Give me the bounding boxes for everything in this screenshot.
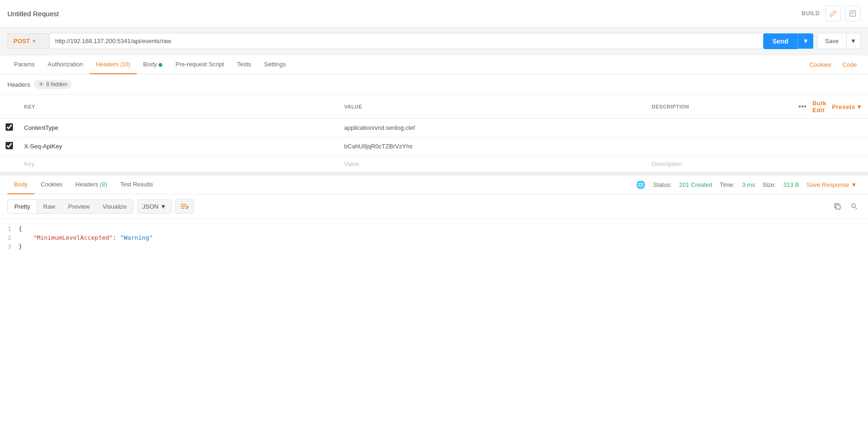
- request-bar: POST ▼ Send ▼ Save ▼: [0, 27, 868, 55]
- headers-table: KEY VALUE DESCRIPTION ••• Bulk Edit Pres…: [0, 95, 868, 172]
- page-title: Untitled Request: [7, 10, 59, 18]
- line-number-3: 3: [0, 243, 19, 250]
- cookies-link[interactable]: Cookies: [806, 56, 835, 74]
- row2-key: X-Seq-ApiKey: [24, 143, 62, 150]
- save-dropdown-button[interactable]: ▼: [846, 33, 861, 49]
- row2-actions: [793, 137, 868, 156]
- row2-value: bCahU8jqR0cTZBrVzYhs: [344, 143, 412, 150]
- note-button[interactable]: [845, 6, 861, 21]
- code-area: 1 { 2 "MinimumLevelAccepted": "Warning" …: [0, 219, 868, 440]
- tab-authorization[interactable]: Authorization: [41, 55, 89, 74]
- line-number-2: 2: [0, 235, 19, 241]
- response-tab-body[interactable]: Body: [7, 175, 34, 194]
- search-button[interactable]: [848, 200, 861, 213]
- more-options-icon[interactable]: •••: [798, 102, 807, 111]
- send-button[interactable]: Send: [763, 33, 798, 49]
- row1-description: [646, 119, 793, 137]
- format-preview-button[interactable]: Preview: [62, 200, 96, 213]
- presets-arrow-icon: ▼: [856, 103, 862, 110]
- type-arrow-icon: ▼: [160, 203, 166, 210]
- row1-key: ContentType: [24, 124, 58, 131]
- response-tab-headers[interactable]: Headers (8): [69, 175, 114, 194]
- headers-section: Headers 👁 8 hidden: [0, 74, 868, 95]
- type-select[interactable]: JSON ▼: [137, 199, 172, 214]
- hidden-badge: 👁 8 hidden: [34, 80, 72, 89]
- row2-checkbox[interactable]: [6, 142, 13, 149]
- format-raw-button[interactable]: Raw: [37, 200, 62, 213]
- empty-actions: [793, 156, 868, 172]
- code-line-1: 1 {: [0, 224, 868, 233]
- save-button-group: Save ▼: [817, 33, 861, 49]
- save-button[interactable]: Save: [817, 33, 846, 49]
- send-button-group: Send ▼: [763, 33, 813, 49]
- save-response-arrow-icon: ▼: [851, 181, 857, 188]
- build-label: BUILD: [802, 10, 820, 17]
- th-checkbox: [0, 95, 19, 119]
- method-arrow-icon: ▼: [32, 38, 36, 44]
- method-value: POST: [13, 38, 30, 45]
- title-bar-actions: BUILD: [802, 6, 861, 21]
- code-line-3: 3 }: [0, 242, 868, 251]
- status-value: 201 Created: [679, 181, 713, 188]
- code-link[interactable]: Code: [839, 56, 861, 74]
- svg-rect-0: [850, 11, 855, 16]
- format-visualize-button[interactable]: Visualize: [96, 200, 133, 213]
- format-tabs: Pretty Raw Preview Visualize: [7, 199, 134, 214]
- format-pretty-button[interactable]: Pretty: [8, 200, 37, 213]
- response-tab-cookies[interactable]: Cookies: [34, 175, 69, 194]
- response-toolbar: Pretty Raw Preview Visualize JSON ▼: [0, 194, 868, 219]
- th-value: VALUE: [338, 95, 646, 119]
- tab-settings[interactable]: Settings: [258, 55, 293, 74]
- line-content-3: }: [19, 243, 868, 250]
- line-content-2: "MinimumLevelAccepted": "Warning": [19, 234, 868, 241]
- empty-value-placeholder: Value: [344, 160, 359, 167]
- tab-pre-request[interactable]: Pre-request Script: [169, 55, 230, 74]
- response-meta: 🌐 Status: 201 Created Time: 3 ms Size: 3…: [632, 180, 861, 189]
- th-key: KEY: [19, 95, 338, 119]
- time-value: 3 ms: [742, 181, 755, 188]
- edit-button[interactable]: [825, 6, 841, 21]
- tab-headers[interactable]: Headers (10): [89, 55, 137, 74]
- hidden-count: 8 hidden: [46, 81, 67, 88]
- line-number-1: 1: [0, 226, 19, 232]
- svg-line-8: [855, 207, 857, 209]
- tab-tests[interactable]: Tests: [230, 55, 257, 74]
- json-key-1: "MinimumLevelAccepted": [33, 234, 113, 241]
- table-row: X-Seq-ApiKey bCahU8jqR0cTZBrVzYhs: [0, 137, 868, 156]
- th-actions: ••• Bulk Edit Presets ▼: [793, 95, 868, 119]
- tab-params[interactable]: Params: [7, 55, 41, 74]
- line-content-1: {: [19, 225, 868, 232]
- eye-icon: 👁: [38, 81, 44, 88]
- url-input[interactable]: [49, 33, 763, 49]
- json-value-1: "Warning": [120, 234, 153, 241]
- table-row: ContentType application/vnd.serilog.clef: [0, 119, 868, 137]
- response-tab-bar: Body Cookies Headers (8) Test Results 🌐 …: [0, 175, 868, 194]
- presets-button[interactable]: Presets ▼: [832, 103, 862, 110]
- copy-button[interactable]: [831, 200, 844, 213]
- bulk-edit-button[interactable]: Bulk Edit: [812, 100, 826, 114]
- row1-value: application/vnd.serilog.clef: [344, 124, 415, 131]
- wrap-button[interactable]: [175, 199, 194, 214]
- globe-icon: 🌐: [636, 180, 645, 189]
- empty-key-placeholder: Key: [24, 160, 34, 167]
- svg-rect-6: [836, 205, 840, 209]
- send-dropdown-button[interactable]: ▼: [798, 33, 813, 49]
- request-tab-bar: Params Authorization Headers (10) Body P…: [0, 55, 868, 74]
- response-tab-test-results[interactable]: Test Results: [114, 175, 160, 194]
- tab-body[interactable]: Body: [137, 55, 169, 74]
- size-value: 313 B: [783, 181, 799, 188]
- save-response-button[interactable]: Save Response ▼: [806, 181, 857, 188]
- row1-actions: [793, 119, 868, 137]
- table-row-empty: Key Value Description: [0, 156, 868, 172]
- th-description: DESCRIPTION: [646, 95, 793, 119]
- row2-description: [646, 137, 793, 156]
- headers-label-text: Headers: [7, 81, 30, 88]
- method-select[interactable]: POST ▼: [7, 33, 49, 49]
- response-section: Body Cookies Headers (8) Test Results 🌐 …: [0, 175, 868, 440]
- code-line-2: 2 "MinimumLevelAccepted": "Warning": [0, 233, 868, 242]
- svg-point-7: [852, 204, 855, 208]
- row1-checkbox[interactable]: [6, 123, 13, 131]
- empty-desc-placeholder: Description: [652, 160, 682, 167]
- type-value: JSON: [142, 203, 159, 210]
